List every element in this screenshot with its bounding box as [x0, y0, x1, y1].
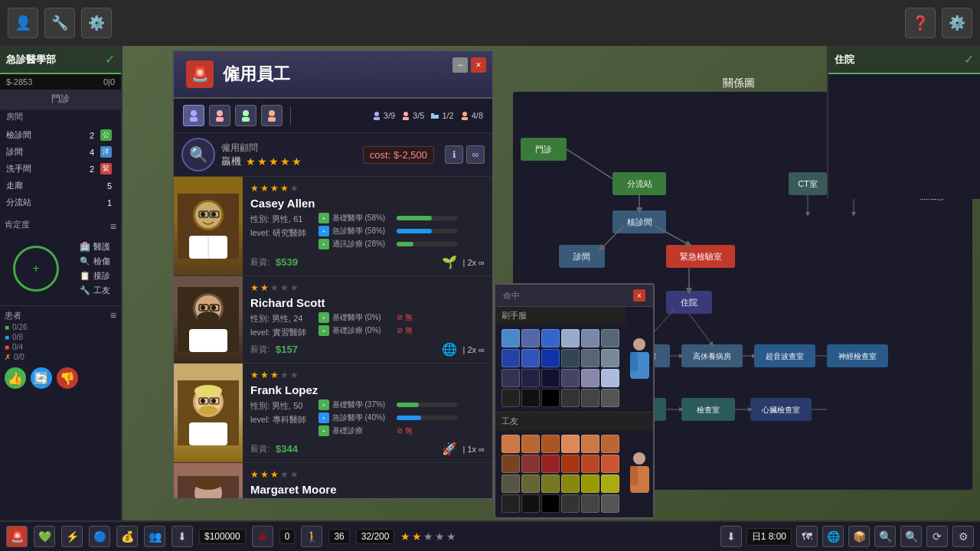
config-icon[interactable]: ⚙️: [942, 8, 972, 38]
color-swatch[interactable]: [501, 389, 520, 407]
staff-type-row: 3/9 3/5 1/2 4/8: [174, 99, 492, 133]
reset-icon[interactable]: ⟳: [926, 526, 948, 547]
satisfaction-section: 肯定度 ≡ + 🏥 醫護 🔍 檢傷 📋 接診: [0, 214, 121, 305]
color-swatch[interactable]: [501, 455, 520, 473]
color-swatch[interactable]: [521, 435, 540, 453]
icon-green[interactable]: 💚: [34, 526, 55, 547]
worker-color-grid[interactable]: [495, 430, 626, 517]
globe-icon[interactable]: 🌐: [822, 526, 844, 547]
staff-type-research[interactable]: [235, 105, 256, 126]
color-swatch[interactable]: [541, 349, 560, 367]
reject-btn[interactable]: 👎: [57, 367, 78, 389]
color-swatch[interactable]: [541, 389, 560, 407]
color-swatch[interactable]: [601, 455, 619, 473]
transfer-btn[interactable]: 🔄: [31, 367, 52, 389]
alarm-bottom-icon[interactable]: 🚨: [6, 526, 28, 547]
color-swatch[interactable]: [521, 494, 540, 513]
icon-yellow[interactable]: ⚡: [61, 526, 83, 547]
color-swatch[interactable]: [561, 349, 580, 367]
staff-card-margaret[interactable]: ★ ★ ★ ★ ★ Margaret Moore 性別: 女性, 46 leve…: [174, 463, 492, 498]
color-swatch[interactable]: [561, 329, 580, 347]
scrubs-color-grid[interactable]: [495, 324, 626, 412]
skill-icon-diag: +: [318, 239, 329, 249]
person-icon[interactable]: 👤: [8, 8, 38, 38]
map-icon[interactable]: 🗺: [796, 526, 818, 547]
color-swatch[interactable]: [501, 474, 520, 493]
color-swatch[interactable]: [561, 435, 580, 453]
icon-arrow[interactable]: ⬇: [172, 526, 193, 547]
zoom-in-icon[interactable]: 🔍: [900, 526, 922, 547]
color-swatch[interactable]: [501, 369, 520, 387]
staff-card-casey[interactable]: ★ ★ ★ ★ ★ Casey Allen 性別: 男性, 61 level: …: [174, 177, 492, 276]
color-swatch[interactable]: [581, 494, 599, 513]
color-swatch[interactable]: [541, 474, 560, 493]
color-swatch[interactable]: [581, 455, 599, 473]
color-swatch[interactable]: [521, 369, 540, 387]
color-swatch[interactable]: [521, 329, 540, 347]
color-swatch[interactable]: [541, 494, 560, 513]
color-swatch[interactable]: [581, 474, 599, 493]
help-icon[interactable]: ❓: [905, 8, 936, 38]
color-swatch[interactable]: [581, 435, 599, 453]
arrow-down-icon[interactable]: ⬇: [720, 526, 742, 547]
color-swatch[interactable]: [501, 494, 520, 513]
staff-card-frank[interactable]: ★ ★ ★ ★ ★ Frank Lopez 性別: 男性, 50 level: …: [174, 364, 492, 463]
svg-rect-97: [189, 422, 227, 445]
color-swatch[interactable]: [561, 494, 580, 513]
color-swatch[interactable]: [541, 435, 560, 453]
color-swatch[interactable]: [501, 435, 520, 453]
color-swatch[interactable]: [601, 349, 619, 367]
icon-coin[interactable]: 💰: [116, 526, 138, 547]
advisor-auto-btn[interactable]: ∞: [466, 145, 485, 164]
color-swatch[interactable]: [601, 329, 619, 347]
color-swatch[interactable]: [501, 349, 520, 367]
color-swatch[interactable]: [581, 349, 599, 367]
top-bar-right-icons: ❓ ⚙️: [905, 8, 972, 38]
money-value: $-2853: [6, 77, 32, 86]
icon-blue[interactable]: 🔵: [89, 526, 110, 547]
modal-minimize-button[interactable]: −: [452, 57, 468, 73]
color-swatch[interactable]: [601, 435, 619, 453]
color-swatch[interactable]: [501, 329, 520, 347]
color-swatch[interactable]: [521, 349, 540, 367]
svg-rect-104: [630, 352, 638, 371]
box-icon[interactable]: 📦: [848, 526, 870, 547]
color-swatch[interactable]: [541, 455, 560, 473]
color-swatch[interactable]: [521, 389, 540, 407]
tools-icon[interactable]: 🔧: [44, 8, 75, 38]
color-swatch[interactable]: [541, 369, 560, 387]
settings2-icon[interactable]: ⚙: [952, 526, 974, 547]
color-swatch[interactable]: [561, 455, 580, 473]
color-modal-close-button[interactable]: ×: [633, 289, 645, 302]
color-swatch[interactable]: [521, 474, 540, 493]
staff-type-doctor[interactable]: [183, 105, 204, 126]
color-swatch[interactable]: [561, 389, 580, 407]
staff-type-nurse[interactable]: [209, 105, 230, 126]
color-swatch[interactable]: [601, 389, 619, 407]
color-swatch[interactable]: [601, 474, 619, 493]
color-swatch[interactable]: [581, 369, 599, 387]
color-swatch[interactable]: [541, 329, 560, 347]
color-swatch[interactable]: [581, 329, 599, 347]
icon-people[interactable]: 👥: [144, 526, 165, 547]
staff-scroll-list[interactable]: ★ ★ ★ ★ ★ Casey Allen 性別: 男性, 61 level: …: [174, 177, 492, 498]
color-swatch[interactable]: [601, 369, 619, 387]
color-swatch[interactable]: [561, 474, 580, 493]
advisor-info-btn[interactable]: ℹ: [445, 145, 463, 164]
zoom-out-icon[interactable]: 🔍: [874, 526, 896, 547]
color-swatch[interactable]: [601, 494, 619, 513]
skill-icon-emergency: +: [318, 226, 329, 236]
color-swatch[interactable]: [561, 369, 580, 387]
settings-icon[interactable]: ⚙️: [81, 8, 112, 38]
staff-details-frank: 性別: 男性, 50 level: 專科醫師 + 基礎醫學 (37%) + 急診…: [250, 399, 485, 439]
approve-btn[interactable]: 👍: [5, 367, 26, 389]
count-worker: 4/8: [460, 111, 483, 120]
color-swatch[interactable]: [581, 389, 599, 407]
dept-header: 急診醫學部 ✓: [0, 46, 121, 74]
modal-close-button[interactable]: ×: [471, 57, 486, 73]
staff-card-richard[interactable]: ★ ★ ★ ★ ★ Richard Scott 性別: 男性, 24 level…: [174, 276, 492, 364]
staff-item: 🔍 檢傷: [77, 254, 113, 269]
skill-icon-diag2: +: [318, 325, 329, 336]
color-swatch[interactable]: [521, 455, 540, 473]
staff-type-worker[interactable]: [261, 105, 283, 126]
